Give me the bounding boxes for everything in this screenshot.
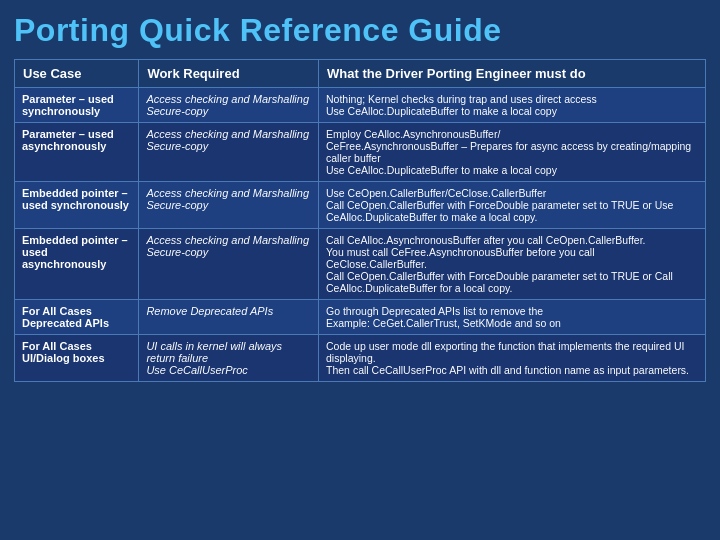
table-row: Embedded pointer – used asynchronouslyAc… [15, 229, 706, 300]
use-case-cell: For All Cases UI/Dialog boxes [15, 335, 139, 382]
table-row: Embedded pointer – used synchronouslyAcc… [15, 182, 706, 229]
work-required-cell: Access checking and MarshallingSecure-co… [139, 182, 319, 229]
work-required-cell: Access checking and MarshallingSecure-co… [139, 123, 319, 182]
table-row: Parameter – used synchronouslyAccess che… [15, 88, 706, 123]
use-case-cell: Embedded pointer – used synchronously [15, 182, 139, 229]
use-case-cell: For All Cases Deprecated APIs [15, 300, 139, 335]
what-must-do-cell: Code up user mode dll exporting the func… [319, 335, 706, 382]
what-must-do-cell: Call CeAlloc.AsynchronousBuffer after yo… [319, 229, 706, 300]
what-must-do-cell: Employ CeAlloc.AsynchronousBuffer/CeFree… [319, 123, 706, 182]
use-case-cell: Parameter – used synchronously [15, 88, 139, 123]
header-work-required: Work Required [139, 60, 319, 88]
use-case-cell: Embedded pointer – used asynchronously [15, 229, 139, 300]
reference-table: Use Case Work Required What the Driver P… [14, 59, 706, 382]
header-what-must-do: What the Driver Porting Engineer must do [319, 60, 706, 88]
work-required-cell: Access checking and MarshallingSecure-co… [139, 229, 319, 300]
work-required-cell: Remove Deprecated APIs [139, 300, 319, 335]
what-must-do-cell: Nothing; Kernel checks during trap and u… [319, 88, 706, 123]
page: Porting Quick Reference Guide Use Case W… [0, 0, 720, 540]
use-case-cell: Parameter – used asynchronously [15, 123, 139, 182]
what-must-do-cell: Use CeOpen.CallerBuffer/CeClose.CallerBu… [319, 182, 706, 229]
table-row: For All Cases Deprecated APIsRemove Depr… [15, 300, 706, 335]
work-required-cell: Access checking and MarshallingSecure-co… [139, 88, 319, 123]
table-row: Parameter – used asynchronouslyAccess ch… [15, 123, 706, 182]
what-must-do-cell: Go through Deprecated APIs list to remov… [319, 300, 706, 335]
work-required-cell: UI calls in kernel will always return fa… [139, 335, 319, 382]
page-title: Porting Quick Reference Guide [14, 12, 706, 49]
header-use-case: Use Case [15, 60, 139, 88]
table-row: For All Cases UI/Dialog boxesUI calls in… [15, 335, 706, 382]
